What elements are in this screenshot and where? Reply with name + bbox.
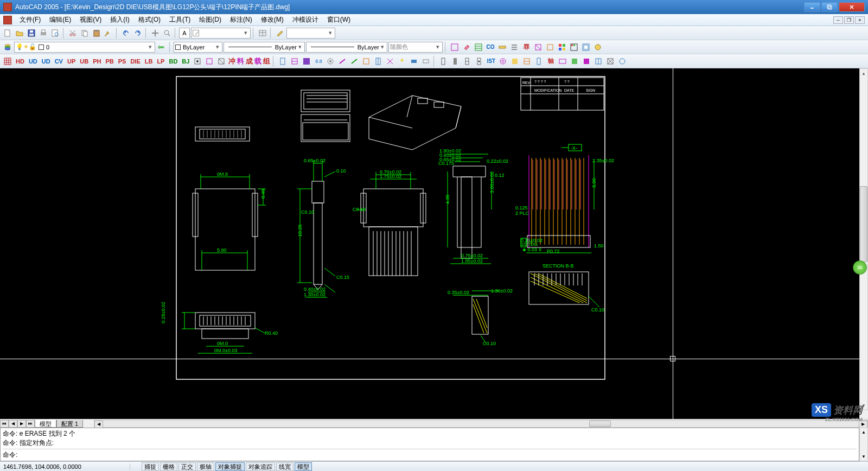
r9-icon[interactable] — [533, 56, 544, 67]
t4-icon[interactable]: 8.8 — [313, 56, 324, 67]
color-combo[interactable]: ByLayer ▾ — [174, 42, 222, 53]
menu-view[interactable]: 视图(V) — [75, 15, 106, 24]
custom-btn-die[interactable]: DIE — [129, 56, 142, 67]
misc-icon[interactable] — [592, 42, 603, 53]
save-icon[interactable] — [26, 28, 37, 39]
r4-icon[interactable] — [474, 56, 484, 67]
t13-icon[interactable] — [420, 56, 431, 67]
new-icon[interactable] — [2, 28, 13, 39]
mod-icon-2[interactable] — [545, 42, 556, 53]
snap-toggle[interactable]: 捕捉 — [142, 462, 159, 471]
r15-icon[interactable] — [605, 56, 616, 67]
maximize-button[interactable] — [821, 2, 838, 12]
modelspace-toggle[interactable]: 模型 — [295, 462, 312, 471]
custom-btn-bd[interactable]: BD — [167, 56, 179, 67]
ch-btn-0[interactable]: 冲 — [228, 56, 236, 66]
ch-btn-3[interactable]: 载 — [254, 56, 262, 66]
measure-icon[interactable] — [497, 42, 508, 53]
drawing-canvas[interactable]: REV ? ? ? ? ? ? MODIFICATION DATE SIGN — [0, 68, 859, 419]
minimize-button[interactable] — [804, 2, 820, 12]
custom-btn-hd[interactable]: HD — [14, 56, 26, 67]
tab-layout1[interactable]: 配置 1 — [56, 420, 83, 428]
annotation-icon[interactable]: 罪 — [521, 42, 532, 53]
t6-icon[interactable] — [337, 56, 348, 67]
plotstyle-combo[interactable]: 随颜色 ▾ — [388, 42, 443, 53]
menu-insert[interactable]: 插入(I) — [106, 15, 133, 24]
r14-icon[interactable] — [593, 56, 604, 67]
layout-icon[interactable] — [580, 42, 591, 53]
unknown-combo[interactable]: ▾ — [286, 28, 335, 39]
command-window[interactable]: 命令: e ERASE 找到 2 个 命令: 指定对角点: 命令: — [0, 428, 859, 461]
palette-icon[interactable] — [569, 42, 579, 53]
tab-model[interactable]: 模型 — [35, 420, 56, 428]
t2-icon[interactable] — [289, 56, 300, 67]
r10-icon[interactable]: 轴 — [545, 56, 556, 67]
tab-next-icon[interactable]: ▶ — [17, 420, 26, 428]
t3-icon[interactable] — [301, 56, 312, 67]
custom-btn-ub[interactable]: UB — [78, 56, 90, 67]
punch-icon-3[interactable] — [216, 56, 227, 67]
custom-btn-up[interactable]: UP — [66, 56, 77, 67]
menu-die[interactable]: 冲模设计 — [288, 15, 323, 24]
print-icon[interactable] — [38, 28, 49, 39]
menu-file[interactable]: 文件(F) — [15, 15, 45, 24]
menu-draw[interactable]: 绘图(D) — [195, 15, 226, 24]
r3-icon[interactable] — [462, 56, 473, 67]
mdi-close[interactable]: × — [855, 16, 865, 24]
table-style-icon[interactable] — [257, 28, 268, 39]
t10-icon[interactable] — [385, 56, 395, 67]
grid-red-icon[interactable] — [2, 56, 13, 67]
r5-icon[interactable]: IST — [486, 56, 496, 67]
custom-btn-ud[interactable]: UD — [40, 56, 52, 67]
text-style-button[interactable]: A — [179, 28, 190, 39]
block-icon[interactable] — [557, 42, 567, 53]
custom-btn-ps[interactable]: PS — [117, 56, 128, 67]
menu-edit[interactable]: 编辑(E) — [45, 15, 75, 24]
dim-style-combo[interactable]: ⟋▾ — [191, 28, 251, 39]
r6-icon[interactable] — [497, 56, 508, 67]
scroll-up-icon[interactable]: ▲ — [860, 69, 867, 78]
brush-icon[interactable] — [275, 28, 285, 39]
t9-icon[interactable] — [373, 56, 384, 67]
list-icon[interactable] — [509, 42, 520, 53]
r1-icon[interactable] — [438, 56, 449, 67]
layer-combo[interactable]: 💡 ☀ 🔓 0 ▾ — [14, 42, 155, 53]
r11-icon[interactable] — [557, 56, 568, 67]
floating-badge[interactable]: 36 — [853, 260, 867, 275]
vertical-scrollbar[interactable]: ▲ ▼ — [859, 68, 868, 410]
t7-icon[interactable] — [349, 56, 360, 67]
custom-btn-lp[interactable]: LP — [155, 56, 166, 67]
match-icon[interactable] — [103, 28, 114, 39]
cut-icon[interactable] — [67, 28, 78, 39]
ortho-toggle[interactable]: 正交 — [178, 462, 196, 471]
command-scrollbar[interactable]: ▲▼ — [859, 428, 868, 461]
menu-window[interactable]: 窗口(W) — [323, 15, 355, 24]
r12-icon[interactable] — [569, 56, 580, 67]
lineweight-combo[interactable]: ByLayer ▾ — [306, 42, 387, 53]
t8-icon[interactable] — [361, 56, 372, 67]
punch-icon-2[interactable] — [204, 56, 215, 67]
mod-icon-1[interactable] — [533, 42, 544, 53]
custom-btn-ud[interactable]: UD — [27, 56, 39, 67]
ch-btn-4[interactable]: 组 — [263, 56, 271, 66]
menu-dim[interactable]: 标注(N) — [226, 15, 257, 24]
t5-icon[interactable] — [325, 56, 336, 67]
custom-btn-ph[interactable]: PH — [91, 56, 103, 67]
grid-toggle[interactable]: 栅格 — [160, 462, 177, 471]
mdi-minimize[interactable]: – — [833, 16, 843, 24]
layer-prev-icon[interactable] — [156, 42, 167, 53]
undo-icon[interactable] — [120, 28, 131, 39]
r2-icon[interactable] — [450, 56, 461, 67]
tab-last-icon[interactable]: ⏭ — [26, 420, 35, 428]
copy-icon[interactable] — [79, 28, 90, 39]
menu-tools[interactable]: 工具(T) — [165, 15, 195, 24]
paste-icon[interactable] — [91, 28, 102, 39]
zoom-icon[interactable] — [162, 28, 173, 39]
osnap-toggle[interactable]: 对象捕捉 — [215, 462, 245, 471]
custom-btn-lb[interactable]: LB — [143, 56, 155, 67]
eraser-icon[interactable] — [461, 42, 472, 53]
r16-icon[interactable] — [617, 56, 628, 67]
ch-btn-2[interactable]: 成 — [245, 56, 253, 66]
close-button[interactable] — [839, 2, 865, 12]
r7-icon[interactable] — [509, 56, 520, 67]
